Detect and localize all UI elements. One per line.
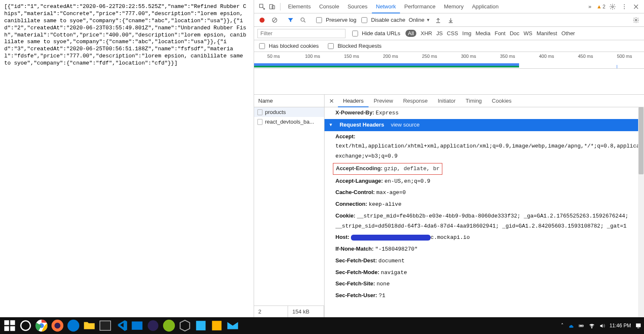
download-har-icon[interactable] (446, 16, 455, 25)
volume-icon[interactable] (599, 323, 605, 329)
clock[interactable]: 11:46 PM (610, 323, 631, 329)
svg-rect-10 (4, 320, 9, 325)
svg-rect-27 (583, 325, 584, 326)
terminal-icon[interactable] (98, 318, 112, 333)
tab-elements[interactable]: Elements (284, 0, 315, 13)
start-button[interactable] (3, 318, 17, 333)
battery-icon[interactable] (578, 323, 584, 329)
chip-font[interactable]: Font (495, 30, 506, 36)
network-settings-icon[interactable] (631, 16, 641, 25)
upload-har-icon[interactable] (434, 16, 443, 25)
has-blocked-cookies-checkbox[interactable]: Has blocked cookies (257, 42, 319, 50)
chrome-icon[interactable] (34, 318, 49, 333)
filter-input[interactable] (257, 29, 345, 38)
request-header-row: Accept-Encoding: gzip, deflate, br (333, 163, 442, 175)
app-icon-1[interactable] (194, 318, 208, 333)
firefox-icon[interactable] (50, 318, 65, 333)
tab-memory[interactable]: Memory (440, 0, 468, 13)
tab-console[interactable]: Console (315, 0, 343, 13)
onedrive-icon[interactable] (568, 323, 574, 329)
outlook-icon[interactable] (130, 318, 144, 333)
chip-media[interactable]: Media (475, 30, 490, 36)
svg-rect-2 (272, 5, 275, 9)
request-header-row: Sec-Fetch-Mode: navigate (325, 267, 644, 279)
throttle-select[interactable]: Online▼ (409, 17, 430, 23)
hide-data-urls-checkbox[interactable]: Hide data URLs (351, 29, 400, 38)
cortana-icon[interactable] (18, 318, 33, 333)
spotify-icon[interactable] (162, 318, 176, 333)
file-icon (257, 109, 262, 115)
request-header-row: Host: c.mockapi.io (325, 232, 644, 243)
detail-tab-response[interactable]: Response (398, 95, 433, 107)
scrollbar[interactable] (638, 107, 644, 317)
chip-all[interactable]: All (405, 30, 416, 37)
detail-tab-timing[interactable]: Timing (461, 95, 487, 107)
tab-network[interactable]: Network (372, 0, 400, 13)
request-header-row: Sec-Fetch-Dest: document (325, 255, 644, 267)
device-toggle-icon[interactable] (267, 2, 277, 11)
timeline-waterfall[interactable] (254, 69, 644, 95)
request-item[interactable]: products (254, 107, 324, 117)
app-icon-2[interactable] (210, 318, 224, 333)
detail-tab-preview[interactable]: Preview (369, 95, 398, 107)
close-devtools-icon[interactable] (631, 2, 641, 11)
request-headers-section[interactable]: ▼ Request Headers view source (325, 119, 644, 131)
inspect-icon[interactable] (257, 2, 267, 11)
devtools-tabs: ElementsConsoleSourcesNetworkPerformance… (284, 0, 503, 13)
preserve-log-checkbox[interactable]: Preserve log (314, 16, 356, 24)
notifications-icon[interactable] (635, 323, 641, 329)
chip-ws[interactable]: WS (524, 30, 532, 36)
svg-point-5 (624, 6, 625, 7)
detail-tab-cookies[interactable]: Cookies (487, 95, 517, 107)
unity-icon[interactable] (178, 318, 192, 333)
chip-css[interactable]: CSS (447, 30, 458, 36)
chip-img[interactable]: Img (462, 30, 472, 36)
clear-icon[interactable] (270, 16, 279, 25)
filter-toggle-icon[interactable] (286, 16, 295, 25)
record-icon[interactable] (257, 16, 267, 25)
request-header-row: Accept: text/html,application/xhtml+xml,… (325, 131, 644, 162)
mail-icon[interactable] (226, 318, 240, 333)
disable-cache-checkbox[interactable]: Disable cache (360, 16, 405, 24)
warning-count[interactable]: ▲2 (596, 3, 605, 10)
tab-application[interactable]: Application (468, 0, 503, 13)
name-column-header[interactable]: Name (254, 95, 324, 107)
settings-icon[interactable] (608, 2, 617, 11)
blocked-requests-checkbox[interactable]: Blocked Requests (326, 42, 382, 50)
svg-point-18 (55, 323, 60, 329)
svg-rect-21 (132, 321, 143, 330)
tab-sources[interactable]: Sources (343, 0, 372, 13)
system-tray[interactable]: ˄ 11:46 PM (561, 323, 641, 329)
timeline-overview[interactable]: 50 ms100 ms150 ms200 ms250 ms300 ms350 m… (254, 52, 644, 69)
explorer-icon[interactable] (82, 318, 96, 333)
request-list-footer: 2 requests 154 kB tr… (254, 306, 324, 317)
more-tabs[interactable]: » (586, 0, 594, 13)
svg-point-19 (68, 320, 79, 331)
svg-point-3 (612, 6, 613, 8)
chevron-up-icon[interactable]: ˄ (561, 323, 564, 329)
detail-tab-initiator[interactable]: Initiator (433, 95, 461, 107)
vscode-icon[interactable] (114, 318, 128, 333)
search-icon[interactable] (299, 16, 308, 25)
svg-rect-28 (579, 325, 583, 326)
svg-point-22 (148, 320, 158, 331)
wifi-icon[interactable] (589, 323, 595, 329)
svg-rect-30 (636, 324, 641, 327)
response-header-row: X-Powered-By: Express (325, 107, 644, 119)
chip-other[interactable]: Other (561, 30, 575, 36)
chip-js[interactable]: JS (436, 30, 443, 36)
request-item[interactable]: react_devtools_ba... (254, 117, 324, 127)
eclipse-icon[interactable] (146, 318, 160, 333)
detail-tab-headers[interactable]: Headers (338, 95, 369, 107)
view-source-link[interactable]: view source (391, 120, 420, 130)
svg-point-14 (21, 321, 31, 331)
svg-rect-12 (4, 326, 9, 331)
tab-performance[interactable]: Performance (400, 0, 439, 13)
chip-xhr[interactable]: XHR (421, 30, 432, 36)
edge-icon[interactable] (66, 318, 80, 333)
headers-pane[interactable]: X-Powered-By: Express ▼ Request Headers … (325, 107, 644, 317)
close-detail-icon[interactable]: ✕ (327, 98, 336, 104)
chip-manifest[interactable]: Manifest (537, 30, 557, 36)
chip-doc[interactable]: Doc (510, 30, 519, 36)
kebab-icon[interactable] (620, 2, 629, 11)
